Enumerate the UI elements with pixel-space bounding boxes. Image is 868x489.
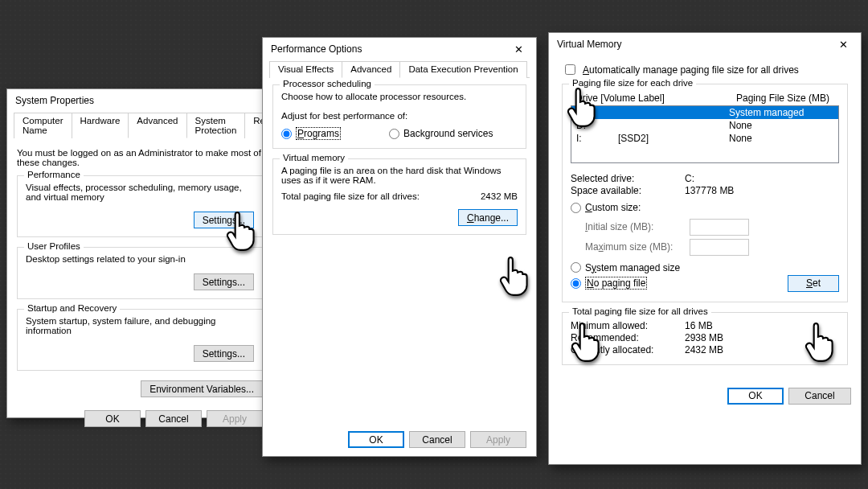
adjust-label: Adjust for best performance of:	[281, 111, 518, 121]
change-button[interactable]: Change...	[458, 209, 518, 226]
titlebar: Performance Options ✕	[263, 38, 536, 60]
radio-system-managed-input[interactable]	[571, 262, 581, 273]
user-profiles-group: User Profiles Desktop settings related t…	[17, 247, 263, 299]
group-title: Total paging file size for all drives	[569, 306, 711, 316]
drive-list[interactable]: C: System managed D: None I: [SSD2] None	[571, 105, 839, 163]
min-value: 16 MB	[685, 320, 713, 331]
performance-options-window: Performance Options ✕ Visual Effects Adv…	[262, 37, 537, 457]
drive-row-c[interactable]: C: System managed	[571, 106, 838, 119]
radio-no-paging-file[interactable]: No paging file No paging file	[571, 277, 647, 290]
apply-button[interactable]: Apply	[470, 431, 526, 448]
radio-custom-size-input[interactable]	[571, 203, 581, 213]
client-area: Automatically manage paging file size fo…	[549, 55, 861, 381]
admin-note: You must be logged on as an Administrato…	[17, 148, 263, 167]
titlebar: System Properties	[7, 89, 272, 112]
radio-bg-label: Background services	[403, 128, 493, 139]
close-icon[interactable]: ✕	[830, 35, 856, 53]
selected-drive: Selected drive: C:	[571, 173, 839, 184]
cur-value: 2432 MB	[685, 344, 723, 355]
tab-dep[interactable]: Data Execution Prevention	[399, 61, 526, 78]
space-available: Space available: 137778 MB	[571, 185, 839, 196]
vm-desc: A paging file is an area on the hard dis…	[281, 166, 518, 185]
auto-manage-checkbox-input[interactable]	[565, 64, 575, 75]
scheduling-desc: Choose how to allocate processor resourc…	[281, 92, 518, 101]
radio-programs[interactable]: PProgramsrograms	[281, 127, 341, 140]
environment-variables-button[interactable]: Environment Variables...	[141, 380, 263, 397]
rec-label: Recommended:	[571, 332, 675, 343]
cancel-button[interactable]: Cancel	[145, 410, 202, 427]
group-title: Performance	[24, 170, 84, 179]
startup-recovery-group: Startup and Recovery System startup, sys…	[17, 309, 263, 371]
tab-advanced[interactable]: Advanced	[128, 113, 186, 138]
ok-button[interactable]: OK	[727, 388, 784, 405]
auto-manage-label: Automatically manage paging file size fo…	[583, 64, 799, 76]
radio-custom-size[interactable]: Custom size: Custom size:	[571, 202, 641, 213]
startup-settings-button[interactable]: Settings...	[194, 345, 254, 362]
hdr-drive: Drive [Volume Label]	[575, 92, 736, 104]
ok-button[interactable]: OK	[84, 410, 141, 427]
min-label: Minimum allowed:	[571, 320, 675, 331]
group-title: Processor scheduling	[280, 79, 375, 88]
totals-group: Total paging file size for all drives Mi…	[562, 312, 848, 365]
close-icon[interactable]: ✕	[506, 40, 531, 58]
user-profiles-desc: Desktop settings related to your sign-in	[26, 254, 254, 264]
vm-total-label: Total paging file size for all drives:	[281, 191, 420, 201]
tab-hardware[interactable]: Hardware	[72, 113, 129, 138]
drive-list-header: Drive [Volume Label] Paging File Size (M…	[571, 91, 839, 105]
startup-desc: System startup, system failure, and debu…	[26, 316, 254, 335]
titlebar: Virtual Memory ✕	[549, 33, 861, 55]
group-title: Paging file size for each drive	[569, 78, 696, 88]
virtual-memory-group: Virtual memory A paging file is an area …	[272, 158, 526, 235]
initial-size-input[interactable]	[690, 219, 749, 236]
client-area: You must be logged on as an Administrato…	[7, 138, 272, 404]
tab-computer-name[interactable]: Computer Name	[14, 113, 72, 138]
drive-row-d[interactable]: D: None	[571, 119, 838, 132]
dialog-buttons: OK Cancel Apply	[338, 425, 536, 454]
tab-visual-effects[interactable]: Visual Effects	[269, 61, 342, 78]
group-title: Virtual memory	[280, 153, 348, 162]
group-title: Startup and Recovery	[24, 303, 120, 313]
dialog-buttons: OK Cancel	[549, 381, 861, 411]
radio-programs-input[interactable]	[281, 129, 292, 139]
performance-group: Performance Visual effects, processor sc…	[17, 175, 263, 237]
maximum-size-input[interactable]	[690, 239, 749, 256]
tab-system-protection[interactable]: System Protection	[186, 113, 246, 138]
radio-bg-input[interactable]	[389, 129, 399, 139]
vm-total-value: 2432 MB	[481, 191, 518, 201]
auto-manage-checkbox[interactable]: Automatically manage paging file size fo…	[562, 62, 848, 77]
cancel-button[interactable]: Cancel	[788, 388, 851, 405]
apply-button[interactable]: Apply	[207, 410, 263, 427]
hdr-size: Paging File Size (MB)	[736, 92, 829, 104]
radio-no-paging-file-input[interactable]	[571, 278, 581, 289]
radio-custom-size-label: Custom size:	[585, 202, 641, 213]
window-title: Performance Options	[271, 43, 362, 55]
system-properties-window: System Properties Computer Name Hardware…	[6, 88, 273, 418]
window-title: System Properties	[15, 95, 94, 106]
initial-size-label: Initial size (MB):	[585, 221, 682, 232]
radio-system-managed-label: System managed size	[585, 262, 680, 273]
client-area: Processor scheduling Choose how to alloc…	[263, 78, 536, 251]
maximum-size-label: Maximum size (MB):	[585, 241, 682, 253]
cur-label: Currently allocated:	[571, 344, 675, 355]
performance-desc: Visual effects, processor scheduling, me…	[26, 183, 254, 202]
set-button[interactable]: Set	[788, 275, 839, 292]
performance-settings-button[interactable]: Settings...	[194, 212, 254, 228]
drive-row-i[interactable]: I: [SSD2] None	[571, 132, 838, 145]
tab-strip: Visual Effects Advanced Data Execution P…	[269, 60, 530, 78]
ok-button[interactable]: OK	[348, 431, 404, 448]
per-drive-group: Paging file size for each drive Drive [V…	[562, 84, 848, 302]
virtual-memory-window: Virtual Memory ✕ Automatically manage pa…	[548, 32, 862, 465]
radio-programs-label: PProgramsrograms	[296, 127, 341, 140]
radio-system-managed[interactable]: System managed size System managed size	[571, 262, 839, 273]
radio-background-services[interactable]: Background services	[389, 127, 493, 140]
user-profiles-settings-button[interactable]: Settings...	[194, 273, 254, 290]
tab-advanced[interactable]: Advanced	[342, 61, 400, 78]
tab-strip: Computer Name Hardware Advanced System P…	[14, 112, 266, 138]
processor-scheduling-group: Processor scheduling Choose how to alloc…	[272, 84, 526, 149]
group-title: User Profiles	[24, 241, 84, 251]
rec-value: 2938 MB	[685, 332, 723, 343]
radio-no-paging-file-label: No paging file	[585, 277, 647, 290]
window-title: Virtual Memory	[557, 39, 621, 50]
dialog-buttons: OK Cancel Apply	[7, 404, 272, 434]
cancel-button[interactable]: Cancel	[409, 431, 465, 448]
